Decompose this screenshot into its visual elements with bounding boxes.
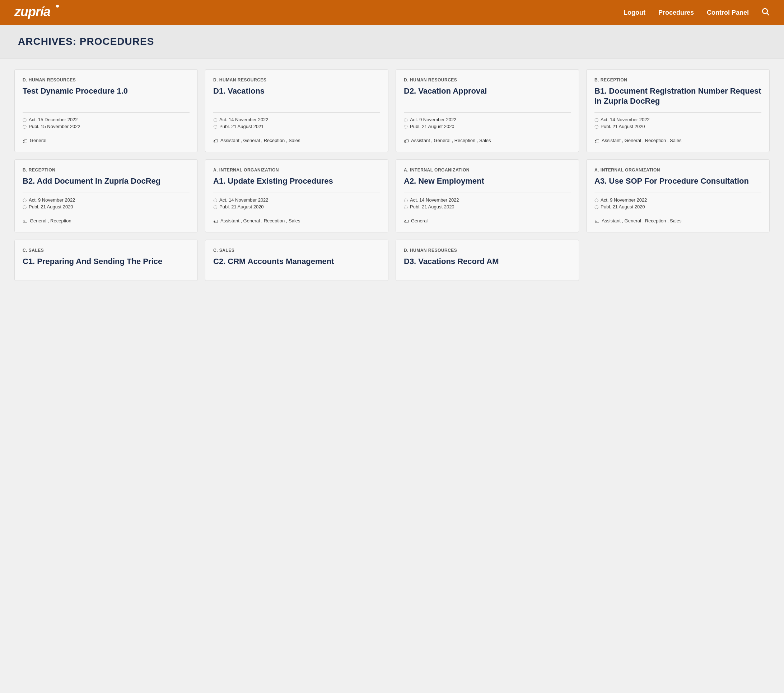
card-category: D. HUMAN RESOURCES: [404, 77, 571, 82]
card-act-date: ◌ Act. 15 December 2022: [23, 117, 189, 122]
procedure-card-4[interactable]: B. RECEPTIONB2. Add Document In Zupría D…: [14, 159, 198, 232]
clock-icon-2: ◌: [213, 204, 217, 210]
card-act-date: ◌ Act. 9 November 2022: [404, 117, 571, 122]
card-title: C2. CRM Accounts Management: [213, 256, 380, 266]
tag-icon: 🏷: [213, 218, 218, 224]
procedure-card-6[interactable]: A. INTERNAL ORGANIZATIONA2. New Employme…: [395, 159, 579, 232]
card-title: A2. New Employment: [404, 176, 571, 186]
card-tags: 🏷 Assistant , General , Reception , Sale…: [213, 138, 380, 144]
svg-text:zupría: zupría: [14, 4, 50, 19]
clock-icon-2: ◌: [404, 204, 408, 210]
card-title: C1. Preparing And Sending The Price: [23, 256, 189, 266]
card-publ-date: ◌ Publ. 21 August 2020: [213, 204, 380, 210]
card-category: D. HUMAN RESOURCES: [23, 77, 189, 82]
clock-icon: ◌: [213, 197, 217, 203]
clock-icon-2: ◌: [404, 124, 408, 129]
card-publ-date: ◌ Publ. 21 August 2020: [404, 124, 571, 129]
clock-icon-2: ◌: [595, 124, 598, 129]
card-publ-date: ◌ Publ. 21 August 2020: [595, 124, 761, 129]
card-meta: ◌ Act. 14 November 2022◌ Publ. 21 August…: [213, 112, 380, 131]
card-meta: ◌ Act. 9 November 2022◌ Publ. 21 August …: [595, 193, 761, 211]
procedure-card-3[interactable]: B. RECEPTIONB1. Document Registration Nu…: [586, 69, 770, 152]
clock-icon: ◌: [595, 117, 598, 122]
card-title: D3. Vacations Record AM: [404, 256, 571, 266]
clock-icon: ◌: [23, 117, 26, 122]
clock-icon: ◌: [404, 197, 408, 203]
procedure-card-2[interactable]: D. HUMAN RESOURCESD2. Vacation Approval◌…: [395, 69, 579, 152]
card-act-date: ◌ Act. 14 November 2022: [404, 197, 571, 203]
card-publ-date: ◌ Publ. 21 August 2020: [595, 204, 761, 210]
procedure-card-1[interactable]: D. HUMAN RESOURCESD1. Vacations◌ Act. 14…: [205, 69, 389, 152]
header: zupría Logout Procedures Control Panel: [0, 0, 784, 25]
tag-icon: 🏷: [595, 138, 600, 144]
card-category: B. RECEPTION: [23, 168, 189, 172]
card-title: Test Dynamic Procedure 1.0: [23, 86, 189, 106]
procedure-card-8[interactable]: C. SALESC1. Preparing And Sending The Pr…: [14, 240, 198, 281]
card-category: A. INTERNAL ORGANIZATION: [595, 168, 761, 172]
logo-svg: zupría: [14, 3, 61, 19]
card-title: D2. Vacation Approval: [404, 86, 571, 106]
card-act-date: ◌ Act. 14 November 2022: [595, 117, 761, 122]
tag-icon: 🏷: [23, 138, 28, 144]
main-nav: Logout Procedures Control Panel: [624, 8, 770, 18]
card-category: A. INTERNAL ORGANIZATION: [404, 168, 571, 172]
procedure-card-9[interactable]: C. SALESC2. CRM Accounts Management: [205, 240, 389, 281]
nav-procedures[interactable]: Procedures: [658, 9, 694, 16]
card-title: A1. Update Existing Procedures: [213, 176, 380, 186]
card-publ-date: ◌ Publ. 21 August 2021: [213, 124, 380, 129]
card-publ-date: ◌ Publ. 21 August 2020: [404, 204, 571, 210]
clock-icon-2: ◌: [595, 204, 598, 210]
clock-icon-2: ◌: [23, 204, 26, 210]
card-category: C. SALES: [23, 248, 189, 253]
search-button[interactable]: [762, 8, 770, 18]
card-act-date: ◌ Act. 9 November 2022: [595, 197, 761, 203]
card-category: C. SALES: [213, 248, 380, 253]
card-tags: 🏷 General , Reception: [23, 218, 189, 224]
clock-icon: ◌: [213, 117, 217, 122]
svg-point-1: [56, 5, 59, 8]
tag-icon: 🏷: [595, 218, 600, 224]
card-act-date: ◌ Act. 9 November 2022: [23, 197, 189, 203]
clock-icon-2: ◌: [23, 124, 26, 129]
tag-icon: 🏷: [404, 218, 409, 224]
page-title-area: ARCHIVES: PROCEDURES: [0, 25, 784, 59]
cards-grid: D. HUMAN RESOURCESTest Dynamic Procedure…: [14, 69, 770, 281]
procedure-card-7[interactable]: A. INTERNAL ORGANIZATIONA3. Use SOP For …: [586, 159, 770, 232]
clock-icon-2: ◌: [213, 124, 217, 129]
card-tags: 🏷 General: [23, 138, 189, 144]
card-category: A. INTERNAL ORGANIZATION: [213, 168, 380, 172]
card-act-date: ◌ Act. 14 November 2022: [213, 197, 380, 203]
card-title: D1. Vacations: [213, 86, 380, 106]
clock-icon: ◌: [595, 197, 598, 203]
clock-icon: ◌: [404, 117, 408, 122]
card-tags: 🏷 Assistant , General , Reception , Sale…: [595, 138, 761, 144]
card-category: D. HUMAN RESOURCES: [404, 248, 571, 253]
card-tags: 🏷 Assistant , General , Reception , Sale…: [595, 218, 761, 224]
card-category: B. RECEPTION: [595, 77, 761, 82]
clock-icon: ◌: [23, 197, 26, 203]
card-meta: ◌ Act. 14 November 2022◌ Publ. 21 August…: [404, 193, 571, 211]
procedure-card-5[interactable]: A. INTERNAL ORGANIZATIONA1. Update Exist…: [205, 159, 389, 232]
card-meta: ◌ Act. 9 November 2022◌ Publ. 21 August …: [23, 193, 189, 211]
card-title: B2. Add Document In Zupría DocReg: [23, 176, 189, 186]
tag-icon: 🏷: [213, 138, 218, 144]
card-tags: 🏷 Assistant , General , Reception , Sale…: [404, 138, 571, 144]
card-meta: ◌ Act. 15 December 2022◌ Publ. 15 Novemb…: [23, 112, 189, 131]
logo-text: zupría: [14, 3, 61, 22]
logo[interactable]: zupría: [14, 3, 61, 22]
tag-icon: 🏷: [23, 218, 28, 224]
card-act-date: ◌ Act. 14 November 2022: [213, 117, 380, 122]
card-meta: ◌ Act. 14 November 2022◌ Publ. 21 August…: [595, 112, 761, 131]
card-publ-date: ◌ Publ. 21 August 2020: [23, 204, 189, 210]
search-icon: [762, 8, 770, 16]
card-title: A3. Use SOP For Procedure Consultation: [595, 176, 761, 186]
card-meta: ◌ Act. 9 November 2022◌ Publ. 21 August …: [404, 112, 571, 131]
svg-line-3: [767, 13, 769, 15]
procedure-card-10[interactable]: D. HUMAN RESOURCESD3. Vacations Record A…: [395, 240, 579, 281]
page-title: ARCHIVES: PROCEDURES: [18, 36, 766, 48]
tag-icon: 🏷: [404, 138, 409, 144]
procedure-card-0[interactable]: D. HUMAN RESOURCESTest Dynamic Procedure…: [14, 69, 198, 152]
card-title: B1. Document Registration Number Request…: [595, 86, 761, 106]
nav-logout[interactable]: Logout: [624, 9, 646, 16]
nav-control-panel[interactable]: Control Panel: [707, 9, 749, 16]
